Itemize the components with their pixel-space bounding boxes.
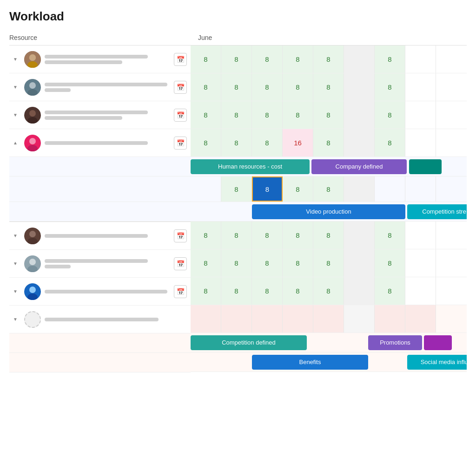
name-bar	[45, 318, 159, 321]
name-bar	[45, 234, 148, 238]
grid-cell: 8	[283, 46, 313, 73]
svg-point-11	[29, 138, 36, 144]
grid-cell-weekend	[344, 222, 375, 249]
left-panel: Resource 📅	[9, 31, 191, 372]
name-bars	[45, 257, 174, 270]
task-bar-social-media: Social media influ...	[407, 355, 467, 370]
chevron-down-icon[interactable]	[13, 112, 20, 117]
grid-cell: 8	[221, 46, 252, 73]
grid-cell-unassigned	[375, 305, 405, 333]
chevron-down-icon[interactable]	[13, 317, 20, 322]
grid-cell: 8	[313, 222, 344, 249]
chevron-down-icon[interactable]	[13, 57, 20, 62]
svg-point-8	[29, 110, 36, 117]
grid-cell: 8	[375, 277, 405, 305]
calendar-icon[interactable]: 📅	[174, 137, 187, 150]
resource-row: 📅	[9, 73, 191, 101]
resource-row: 📅	[9, 250, 191, 278]
chevron-up-icon[interactable]	[13, 140, 20, 145]
grid-cell: 8	[191, 101, 221, 129]
svg-point-5	[29, 82, 36, 89]
grid-cell-empty	[405, 101, 436, 129]
grid-cell: 8	[221, 176, 252, 202]
calendar-icon[interactable]: 📅	[174, 229, 187, 242]
task-bar-label-row	[9, 157, 191, 176]
name-bar	[45, 290, 167, 293]
resource-row: 📅	[9, 101, 191, 129]
grid-cell: 8	[283, 277, 313, 305]
grid-cell: 8	[313, 101, 344, 129]
resource-row-expanded: 📅	[9, 129, 191, 157]
sub-data-row	[9, 176, 191, 202]
avatar	[24, 135, 41, 151]
workload-container: Resource 📅	[9, 31, 467, 372]
task-bar-human-resources: Human resources - cost	[191, 159, 310, 174]
avatar-empty	[24, 311, 41, 328]
grid-cell: 8	[252, 101, 283, 129]
task-bar-label-row-2	[9, 202, 191, 222]
svg-point-14	[29, 231, 36, 237]
grid-cell: 8	[252, 222, 283, 249]
chevron-down-icon[interactable]	[13, 289, 20, 294]
avatar	[24, 283, 41, 300]
name-bar	[45, 83, 167, 86]
grid-cell-empty	[375, 176, 405, 202]
calendar-icon[interactable]: 📅	[174, 257, 187, 270]
grid-cell-weekend	[344, 277, 375, 305]
task-bar-benefits: Benefits	[252, 355, 368, 370]
resource-column-header: Resource	[9, 31, 191, 46]
resource-row: 📅	[9, 46, 191, 73]
grid-row-sub: 8 8 8 8	[191, 176, 467, 202]
grid-cell: 8	[252, 249, 283, 277]
task-bar-competition-defined: Competition defined	[191, 335, 307, 350]
calendar-icon[interactable]: 📅	[174, 81, 187, 94]
name-bars	[45, 81, 174, 94]
name-bars	[45, 139, 174, 147]
grid-cell: 8	[283, 249, 313, 277]
grid-cell: 8	[221, 249, 252, 277]
grid-cell: 8	[313, 129, 344, 157]
grid-cell: 8	[375, 249, 405, 277]
grid-cell: 8	[283, 73, 313, 101]
chevron-down-icon[interactable]	[13, 261, 20, 266]
grid-cell-empty	[405, 46, 436, 73]
grid-row-4: 8 8 8 16 8 8	[191, 129, 467, 157]
grid-cell: 8	[221, 101, 252, 129]
calendar-icon[interactable]: 📅	[174, 109, 187, 122]
task-bar-promotions: Promotions	[368, 335, 422, 350]
chevron-down-icon[interactable]	[13, 85, 20, 90]
grid-cell: 8	[221, 222, 252, 249]
task-bar-company-defined: Company defined	[311, 159, 407, 174]
avatar	[24, 228, 41, 244]
grid-row-unassigned	[191, 305, 467, 333]
unassigned-task-bar-row-2: Benefits Social media influ...	[191, 352, 467, 372]
calendar-icon[interactable]: 📅	[174, 53, 187, 66]
avatar	[24, 51, 41, 68]
grid-row-6: 8 8 8 8 8 8	[191, 249, 467, 277]
name-bars	[45, 288, 174, 295]
grid-row-3: 8 8 8 8 8 8	[191, 101, 467, 129]
calendar-icon[interactable]: 📅	[174, 285, 187, 298]
task-bar-promotions-overflow	[424, 335, 452, 350]
resource-row: 📅	[9, 222, 191, 250]
workload-page: Workload Resource 📅	[0, 0, 476, 463]
grid-cell-weekend	[344, 305, 375, 333]
grid-cell: 8	[313, 249, 344, 277]
grid-cell: 8	[191, 129, 221, 157]
grid-cell: 8	[221, 277, 252, 305]
grid-cell-weekend	[344, 176, 375, 202]
grid-cell: 8	[252, 277, 283, 305]
right-panel: June 8 8 8 8 8 8 8 8 8 8 8 8	[191, 31, 467, 372]
grid-cell: 8	[375, 46, 405, 73]
name-bar-2	[45, 60, 122, 64]
task-bar-competition-stre: Competition stre...	[407, 204, 467, 219]
grid-cell-unassigned	[221, 305, 252, 333]
task-bar-video-production: Video production	[252, 204, 405, 219]
grid-cell: 8	[191, 222, 221, 249]
grid-cell-unassigned	[313, 305, 344, 333]
name-bars	[45, 316, 187, 323]
grid-cell-selected[interactable]: 8	[252, 176, 283, 202]
grid-cell: 8	[191, 46, 221, 73]
chevron-down-icon[interactable]	[13, 233, 20, 238]
grid-cell-empty	[191, 176, 221, 202]
